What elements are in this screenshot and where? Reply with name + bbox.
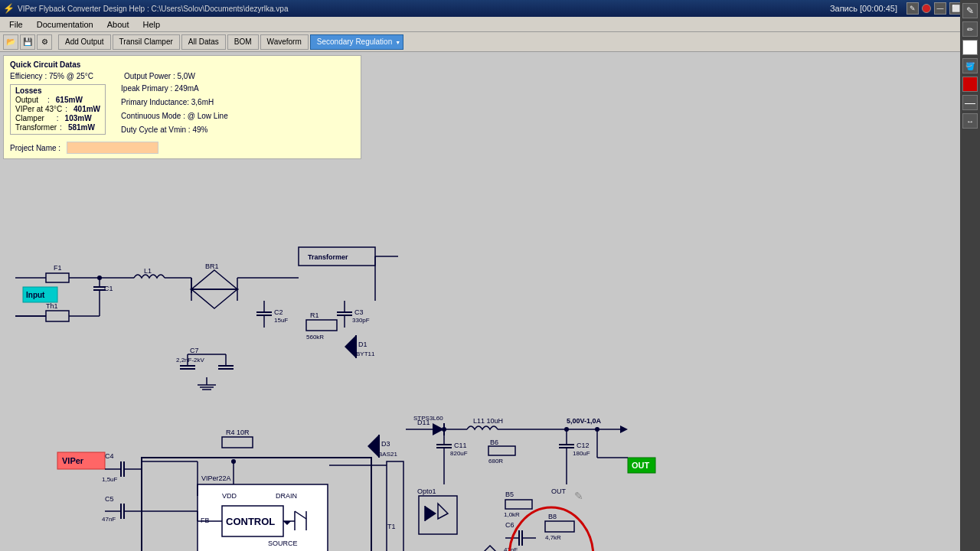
svg-text:CONTROL: CONTROL xyxy=(226,516,275,527)
menu-about[interactable]: About xyxy=(101,18,136,31)
waveform-btn[interactable]: Waveform xyxy=(260,34,309,50)
svg-text:1,5uF: 1,5uF xyxy=(102,476,118,483)
svg-point-178 xyxy=(595,427,599,432)
toolbar: 📂 💾 ⚙ Add Output Transil Clamper All Dat… xyxy=(0,32,980,52)
svg-text:820uF: 820uF xyxy=(450,450,468,457)
svg-text:BYT11: BYT11 xyxy=(356,350,375,357)
project-name-input[interactable] xyxy=(67,142,158,154)
panel-title: Quick Circuit Datas xyxy=(10,60,354,69)
losses-section: Losses Output : 615mW VIPer at 43°C : 40… xyxy=(10,84,106,135)
svg-text:VDD: VDD xyxy=(222,492,237,500)
duty-cycle-text: Duty Cycle at Vmin : 49% xyxy=(121,123,228,137)
transformer-loss-label: Transformer xyxy=(15,123,57,132)
svg-rect-0 xyxy=(0,240,960,551)
viper-loss-label: VIPer at 43°C xyxy=(15,105,62,113)
pencil-tool[interactable]: ✎ xyxy=(962,3,978,18)
svg-text:R1: R1 xyxy=(310,311,319,319)
red-rect-tool[interactable] xyxy=(962,77,978,92)
arrows-tool[interactable]: ↔ xyxy=(962,113,978,129)
ipeak-text: Ipeak Primary : 249mA xyxy=(121,82,228,96)
app-icon: ⚡ xyxy=(3,3,15,14)
output-loss-value: 615mW xyxy=(56,96,83,104)
svg-text:2,2nF-2kV: 2,2nF-2kV xyxy=(176,357,205,364)
svg-text:C6: C6 xyxy=(505,521,514,529)
project-name-label: Project Name : xyxy=(10,144,60,152)
efficiency-text: Efficiency : 75% @ 25°C xyxy=(10,72,93,80)
svg-text:C1: C1 xyxy=(104,285,113,292)
titlebar-title: VIPer Flyback Converter Design Help : C:… xyxy=(18,5,288,13)
svg-text:C2: C2 xyxy=(274,308,283,316)
svg-text:180uF: 180uF xyxy=(573,450,590,457)
svg-text:B5: B5 xyxy=(505,491,514,498)
svg-text:FB: FB xyxy=(201,517,210,524)
menu-help[interactable]: Help xyxy=(136,18,166,31)
svg-text:Input: Input xyxy=(26,291,45,299)
menu-file[interactable]: File xyxy=(3,18,29,31)
svg-text:4,7kR: 4,7kR xyxy=(545,534,561,541)
bom-btn[interactable]: BOM xyxy=(227,34,259,50)
svg-text:F1: F1 xyxy=(54,264,62,272)
minimize-btn[interactable]: — xyxy=(934,2,946,15)
svg-text:B8: B8 xyxy=(548,513,557,520)
svg-text:D1: D1 xyxy=(358,341,368,348)
square-tool[interactable] xyxy=(962,40,978,55)
icon-btn-2[interactable]: 💾 xyxy=(20,34,35,50)
svg-text:560kR: 560kR xyxy=(306,334,324,341)
svg-text:5,00V-1,0A: 5,00V-1,0A xyxy=(567,417,602,425)
svg-point-175 xyxy=(97,276,102,280)
fill-tool[interactable]: 🪣 xyxy=(962,58,978,73)
menu-documentation[interactable]: Documentation xyxy=(31,18,100,31)
titlebar-controls: Запись [00:00:45] ✎ — ⬜ ✕ xyxy=(830,2,977,15)
svg-text:B6: B6 xyxy=(490,439,498,446)
svg-text:BAS21: BAS21 xyxy=(378,451,397,458)
svg-text:✎: ✎ xyxy=(574,490,583,502)
secondary-regulation-btn[interactable]: Secondary Regulation xyxy=(310,34,403,50)
info-panel: Quick Circuit Datas Efficiency : 75% @ 2… xyxy=(3,55,361,159)
transformer-loss-value: 581mW xyxy=(68,123,95,132)
svg-point-176 xyxy=(442,427,446,432)
svg-text:47nF: 47nF xyxy=(102,516,116,523)
icon-btn-3[interactable]: ⚙ xyxy=(37,34,52,50)
output-power-text: Output Power : 5,0W xyxy=(124,72,195,80)
icon-btn-1[interactable]: 📂 xyxy=(3,34,18,50)
minus-tool[interactable]: — xyxy=(962,95,978,110)
svg-point-177 xyxy=(564,427,569,432)
svg-text:15uF: 15uF xyxy=(274,317,288,324)
svg-text:L11 10uH: L11 10uH xyxy=(473,417,503,425)
output-loss-label: Output xyxy=(15,96,38,104)
svg-text:T1: T1 xyxy=(387,523,396,530)
svg-point-179 xyxy=(231,459,236,464)
svg-text:Transformer: Transformer xyxy=(308,253,348,261)
clamper-loss-value: 103mW xyxy=(65,114,92,122)
pencil-icon-btn[interactable]: ✎ xyxy=(906,2,919,15)
inductance-text: Primary Inductance: 3,6mH xyxy=(121,96,228,109)
titlebar: ⚡ VIPer Flyback Converter Design Help : … xyxy=(0,0,980,17)
svg-text:STPS3L60: STPS3L60 xyxy=(413,415,443,422)
titlebar-left: ⚡ VIPer Flyback Converter Design Help : … xyxy=(3,3,288,14)
losses-title: Losses xyxy=(15,86,100,95)
project-name-row: Project Name : xyxy=(10,142,354,154)
main-area: Quick Circuit Datas Efficiency : 75% @ 2… xyxy=(0,52,960,551)
add-output-btn[interactable]: Add Output xyxy=(58,34,111,50)
rec-btn[interactable] xyxy=(922,4,931,13)
svg-text:OUT: OUT xyxy=(632,461,650,470)
svg-text:C3: C3 xyxy=(354,308,364,316)
svg-text:DRAIN: DRAIN xyxy=(276,492,297,500)
svg-text:VIPer22A: VIPer22A xyxy=(201,474,231,482)
continuous-mode-text: Continuous Mode : @ Low Line xyxy=(121,109,228,123)
svg-text:1,0kR: 1,0kR xyxy=(504,511,520,518)
right-sidebar: ✎ ✏ 🪣 — ↔ xyxy=(960,0,980,551)
svg-text:C12: C12 xyxy=(577,442,590,449)
svg-text:330pF: 330pF xyxy=(352,317,370,324)
all-datas-btn[interactable]: All Datas xyxy=(181,34,226,50)
circuit-diagram: F1 Th1 Input C1 L1 BR1 xyxy=(0,240,960,551)
svg-text:Th1: Th1 xyxy=(46,302,58,310)
eraser-tool[interactable]: ✏ xyxy=(962,21,978,37)
svg-text:C4: C4 xyxy=(105,452,114,460)
viper-loss-value: 401mW xyxy=(74,105,100,113)
menubar: File Documentation About Help xyxy=(0,17,980,32)
svg-text:VIPer: VIPer xyxy=(62,456,84,465)
svg-text:D3: D3 xyxy=(381,440,390,448)
transil-clamper-btn[interactable]: Transil Clamper xyxy=(113,34,180,50)
svg-text:C5: C5 xyxy=(105,495,114,503)
